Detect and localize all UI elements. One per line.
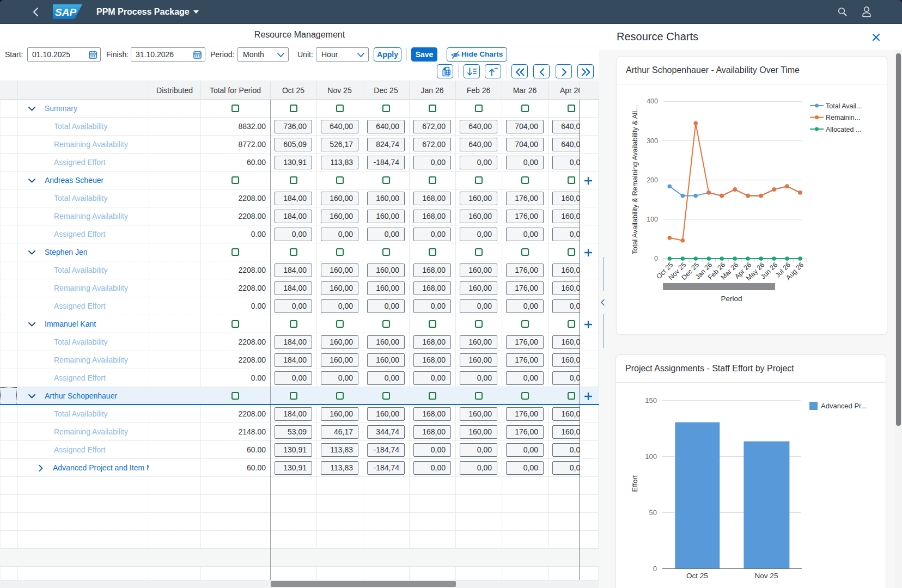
svg-text:0: 0 bbox=[653, 565, 657, 573]
svg-text:Oct 25: Oct 25 bbox=[686, 572, 708, 580]
svg-text:0: 0 bbox=[654, 255, 658, 262]
svg-text:Total Availability & Remaining: Total Availability & Remaining Availabil… bbox=[631, 105, 639, 254]
svg-text:Period: Period bbox=[721, 295, 742, 303]
svg-text:Total Avail...: Total Avail... bbox=[826, 102, 862, 110]
svg-text:200: 200 bbox=[647, 176, 658, 184]
svg-text:150: 150 bbox=[645, 396, 657, 405]
svg-text:300: 300 bbox=[647, 137, 658, 145]
svg-text:Effort: Effort bbox=[631, 475, 639, 492]
svg-text:Nov 25: Nov 25 bbox=[755, 572, 778, 580]
svg-text:Remainin...: Remainin... bbox=[826, 114, 860, 121]
svg-text:100: 100 bbox=[645, 452, 657, 461]
svg-text:Advanced Pr...: Advanced Pr... bbox=[821, 402, 867, 410]
svg-text:400: 400 bbox=[647, 97, 658, 105]
svg-text:50: 50 bbox=[649, 509, 657, 517]
svg-text:100: 100 bbox=[647, 216, 658, 223]
svg-text:SAP: SAP bbox=[55, 7, 76, 18]
svg-text:Allocated ...: Allocated ... bbox=[826, 126, 861, 133]
